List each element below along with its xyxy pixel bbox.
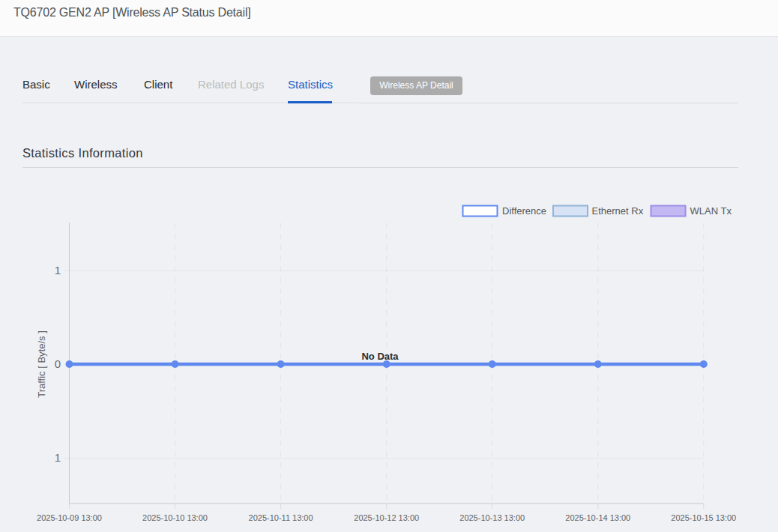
- svg-text:2025-10-10 13:00: 2025-10-10 13:00: [142, 513, 208, 522]
- svg-text:Difference: Difference: [502, 205, 546, 217]
- svg-text:2025-10-09 13:00: 2025-10-09 13:00: [37, 513, 102, 522]
- svg-text:1: 1: [55, 264, 61, 276]
- svg-text:Traffic [ Byte/s ]: Traffic [ Byte/s ]: [36, 330, 47, 398]
- svg-text:2025-10-12 13:00: 2025-10-12 13:00: [354, 513, 419, 522]
- svg-text:Ethernet Rx: Ethernet Rx: [592, 205, 644, 217]
- svg-text:2025-10-11 13:00: 2025-10-11 13:00: [249, 513, 313, 522]
- svg-text:2025-10-14 13:00: 2025-10-14 13:00: [565, 513, 630, 522]
- svg-text:2025-10-13 13:00: 2025-10-13 13:00: [459, 513, 525, 522]
- svg-text:WLAN Tx: WLAN Tx: [690, 205, 732, 217]
- svg-text:No Data: No Data: [361, 351, 399, 362]
- svg-text:0: 0: [55, 357, 61, 370]
- svg-text:2025-10-15 13:00: 2025-10-15 13:00: [671, 513, 736, 522]
- svg-text:1: 1: [55, 451, 61, 464]
